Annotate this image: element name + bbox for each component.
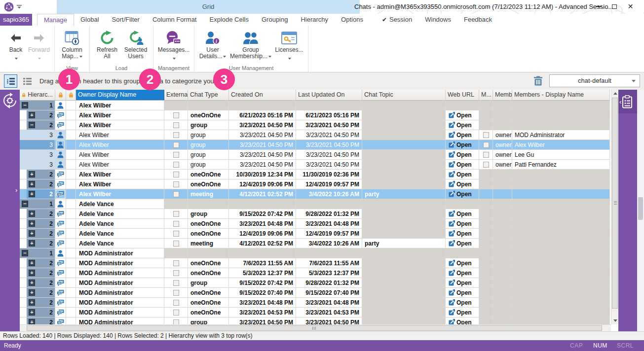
hierarchy-cell[interactable]: + 2 (20, 239, 55, 248)
hierarchy-cell[interactable]: 3 (20, 160, 55, 169)
owner-display-name-cell[interactable]: Adele Vance (76, 229, 164, 238)
expander-toggle[interactable]: + (29, 319, 35, 324)
owner-display-name-cell[interactable]: MOD Administrator (76, 278, 164, 287)
owner-display-name-cell[interactable]: MOD Administrator (76, 298, 164, 307)
column-header-web-url[interactable]: Web URL (446, 90, 479, 100)
scroll-up-icon[interactable] (611, 90, 619, 97)
open-link[interactable]: Open (446, 270, 472, 277)
external-cell[interactable] (164, 189, 188, 199)
owner-display-name-cell[interactable]: Alex Wilber (76, 130, 164, 140)
open-link[interactable]: Open (446, 280, 472, 286)
hierarchy-cell[interactable]: + 2 (20, 278, 55, 287)
members-flag-cell[interactable] (479, 150, 493, 159)
owner-display-name-cell[interactable]: Adele Vance (76, 199, 164, 209)
hierarchy-cell[interactable]: + 2 (20, 110, 55, 120)
external-cell[interactable] (164, 150, 188, 159)
vertical-scrollbar[interactable] (611, 90, 618, 324)
open-link[interactable]: Open (446, 260, 472, 267)
external-cell[interactable] (164, 101, 188, 110)
expander-toggle[interactable]: + (29, 112, 35, 118)
checkbox[interactable] (173, 211, 179, 217)
tab-hierarchy[interactable]: Hierarchy (294, 14, 335, 26)
checkbox[interactable] (483, 132, 489, 138)
members-flag-cell[interactable] (479, 170, 493, 179)
expander-toggle[interactable]: − (22, 102, 28, 108)
checkbox[interactable] (173, 191, 179, 197)
checkbox[interactable] (173, 260, 179, 266)
column-header-members[interactable]: Members... (493, 90, 512, 100)
hierarchy-cell[interactable]: + 2 (20, 209, 55, 218)
checkbox[interactable] (173, 172, 179, 177)
column-header-state[interactable] (66, 90, 76, 100)
owner-display-name-cell[interactable]: Alex Wilber (76, 120, 164, 130)
table-row[interactable]: 3 Alex Wilber group 3/23/2021 04:50 PM 3… (20, 160, 610, 170)
table-row[interactable]: 3 Alex Wilber group 3/23/2021 04:50 PM 3… (20, 130, 610, 140)
table-row[interactable]: + 2 MOD Administrator oneOnOne 7/6/2023 … (20, 258, 610, 268)
open-link[interactable]: Open (446, 319, 472, 325)
external-cell[interactable] (164, 179, 188, 189)
open-link[interactable]: Open (446, 122, 472, 129)
expander-toggle[interactable]: + (29, 289, 35, 296)
members-flag-cell[interactable] (479, 179, 493, 189)
web-url-cell[interactable]: Open (446, 140, 479, 149)
tab-windows[interactable]: Windows (418, 14, 457, 26)
hierarchy-cell[interactable]: − 1 (20, 199, 55, 209)
owner-display-name-cell[interactable]: MOD Administrator (76, 248, 164, 258)
members-flag-cell[interactable] (479, 288, 493, 297)
web-url-cell[interactable]: Open (446, 288, 479, 297)
table-row[interactable]: + 2 Adele Vance meeting 4/12/2021 02:52 … (20, 239, 610, 248)
web-url-cell[interactable]: Open (446, 278, 479, 287)
external-cell[interactable] (164, 248, 188, 258)
hierarchy-cell[interactable]: + 2 (20, 317, 55, 324)
table-row[interactable]: + 2 MOD Administrator group 9/15/2022 07… (20, 278, 610, 288)
checkbox[interactable] (173, 142, 179, 148)
panel-scroll-thumb[interactable] (638, 197, 643, 220)
tab-sapio365[interactable]: sapio365 (0, 14, 32, 26)
open-link[interactable]: Open (446, 289, 472, 296)
external-cell[interactable] (164, 229, 188, 238)
hierarchy-view-toggle[interactable] (4, 74, 17, 88)
checkbox[interactable] (483, 152, 489, 158)
members-flag-cell[interactable] (479, 160, 493, 169)
horizontal-scrollbar[interactable] (20, 324, 611, 331)
external-cell[interactable] (164, 140, 188, 149)
members-flag-cell[interactable] (479, 248, 493, 258)
web-url-cell[interactable]: Open (446, 219, 479, 228)
table-row[interactable]: + 2 Adele Vance group 9/15/2022 07:42 PM… (20, 209, 610, 219)
external-cell[interactable] (164, 219, 188, 228)
external-cell[interactable] (164, 288, 188, 297)
checkbox[interactable] (173, 231, 179, 237)
owner-display-name-cell[interactable]: Alex Wilber (76, 189, 164, 199)
web-url-cell[interactable]: Open (446, 130, 479, 140)
selected-users-button[interactable]: Selected Users (121, 28, 150, 60)
owner-display-name-cell[interactable]: Adele Vance (76, 219, 164, 228)
expander-toggle[interactable]: − (29, 122, 35, 128)
column-header-icon[interactable] (55, 90, 66, 100)
checkbox[interactable] (173, 280, 179, 286)
licenses-button[interactable]: Licenses... (273, 28, 305, 58)
external-cell[interactable] (164, 170, 188, 179)
quick-access-dropdown-icon[interactable] (17, 5, 22, 9)
open-link[interactable]: Open (446, 151, 472, 158)
owner-display-name-cell[interactable]: MOD Administrator (76, 308, 164, 317)
hierarchy-cell[interactable]: + 2 (20, 298, 55, 307)
hierarchy-cell[interactable]: + 2 (20, 258, 55, 268)
open-link[interactable]: Open (446, 141, 472, 148)
owner-display-name-cell[interactable]: MOD Administrator (76, 268, 164, 278)
external-cell[interactable] (164, 239, 188, 248)
tab-feedback[interactable]: Feedback (457, 14, 498, 26)
column-header-chat-type[interactable]: Chat Type (188, 90, 229, 100)
table-row[interactable]: + 2 MOD Administrator oneOnOne 9/15/2022… (20, 288, 610, 298)
expander-toggle[interactable]: + (29, 280, 35, 286)
web-url-cell[interactable]: Open (446, 110, 479, 120)
web-url-cell[interactable]: Open (446, 239, 479, 248)
hierarchy-cell[interactable]: + 2 (20, 170, 55, 179)
refresh-all-button[interactable]: Refresh All (93, 28, 121, 60)
tab-global[interactable]: Global (74, 14, 106, 26)
members-flag-cell[interactable] (479, 120, 493, 130)
group-membership-button[interactable]: Group Membership... (228, 28, 273, 60)
members-flag-cell[interactable] (479, 278, 493, 287)
members-flag-cell[interactable] (479, 268, 493, 278)
external-cell[interactable] (164, 110, 188, 120)
expand-left-panel-icon[interactable]: › (15, 186, 17, 194)
